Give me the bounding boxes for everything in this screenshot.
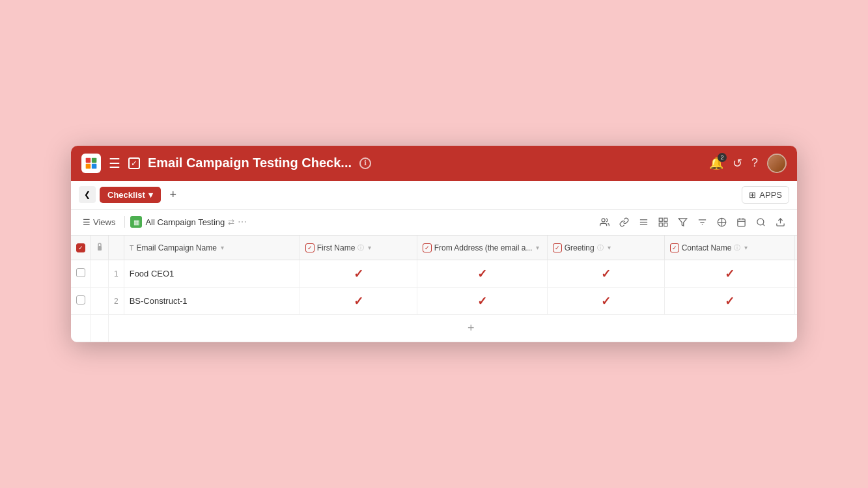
col-header-extra[interactable]: ✓ F... bbox=[794, 236, 797, 260]
apps-button[interactable]: ⊞ APPS bbox=[742, 186, 789, 204]
apps-grid-icon: ⊞ bbox=[749, 190, 756, 200]
row1-from-address[interactable]: ✓ bbox=[417, 260, 547, 288]
collapse-button[interactable]: ❮ bbox=[79, 186, 96, 203]
title-info-icon[interactable]: ℹ bbox=[359, 157, 371, 169]
col-header-contact-name[interactable]: ✓ Contact Name ⓘ ▾ bbox=[664, 236, 794, 260]
col-sort-icon-from-address[interactable]: ▾ bbox=[536, 244, 539, 251]
col-sort-icon-greeting[interactable]: ▾ bbox=[608, 244, 611, 251]
col-info-icon-greeting[interactable]: ⓘ bbox=[597, 243, 604, 252]
main-window: ☰ Email Campaign Testing Check... ℹ 🔔 2 … bbox=[71, 146, 797, 343]
current-view-button[interactable]: ▦ All Campaign Testing ⇄ ⋯ bbox=[130, 216, 247, 228]
row2-greeting[interactable]: ✓ bbox=[547, 288, 664, 315]
col-sort-icon-first-name[interactable]: ▾ bbox=[368, 244, 371, 251]
svg-rect-11 bbox=[664, 223, 667, 226]
history-icon[interactable]: ↺ bbox=[733, 156, 742, 170]
row1-checkbox[interactable] bbox=[71, 260, 91, 288]
adjust-columns-icon[interactable] bbox=[634, 213, 652, 231]
col-header-first-name[interactable]: ✓ First Name ⓘ ▾ bbox=[300, 236, 417, 260]
notification-button[interactable]: 🔔 2 bbox=[709, 156, 723, 170]
checklist-button[interactable]: Checklist ▾ bbox=[100, 187, 161, 203]
col-info-icon-first-name[interactable]: ⓘ bbox=[357, 243, 364, 252]
title-checkbox-icon bbox=[128, 157, 140, 169]
search-icon[interactable] bbox=[751, 213, 770, 231]
help-icon[interactable]: ? bbox=[751, 156, 758, 170]
view-toolbar-icons bbox=[595, 213, 789, 231]
group-icon[interactable] bbox=[654, 213, 672, 231]
svg-rect-8 bbox=[659, 218, 662, 221]
col-header-from-address[interactable]: ✓ From Address (the email a... ▾ bbox=[417, 236, 547, 260]
col-header-name[interactable]: T Email Campaign Name ▾ bbox=[124, 236, 300, 260]
row2-checkbox[interactable] bbox=[71, 288, 91, 315]
row2-first-name[interactable]: ✓ bbox=[300, 288, 417, 315]
views-menu-icon: ☰ bbox=[83, 217, 91, 227]
row2-from-address[interactable]: ✓ bbox=[417, 288, 547, 315]
table-row: 2 BS-Construct-1 ✓ ✓ ✓ ✓ bbox=[71, 288, 797, 315]
row1-lock bbox=[91, 260, 109, 288]
header-checkbox-icon: ✓ bbox=[76, 243, 85, 252]
row1-contact-name[interactable]: ✓ bbox=[664, 260, 794, 288]
row1-greeting[interactable]: ✓ bbox=[547, 260, 664, 288]
checklist-label: Checklist bbox=[107, 190, 145, 200]
svg-rect-1 bbox=[92, 157, 97, 163]
avatar[interactable] bbox=[767, 154, 787, 173]
filter-icon[interactable] bbox=[673, 213, 692, 231]
view-more-icon[interactable]: ⋯ bbox=[238, 217, 247, 227]
link-icon[interactable] bbox=[615, 213, 633, 231]
app-logo bbox=[81, 154, 101, 173]
svg-rect-9 bbox=[664, 218, 667, 221]
col-check-icon-first-name: ✓ bbox=[305, 243, 315, 252]
views-menu-button[interactable]: ☰ Views bbox=[79, 215, 119, 230]
svg-rect-10 bbox=[659, 223, 662, 226]
views-bar-items: ☰ Views ▦ All Campaign Testing ⇄ ⋯ bbox=[79, 215, 593, 230]
row1-first-name[interactable]: ✓ bbox=[300, 260, 417, 288]
row1-check-icon bbox=[76, 268, 85, 277]
color-icon[interactable] bbox=[712, 213, 731, 231]
view-type-icon: ▦ bbox=[130, 216, 142, 228]
checklist-dropdown-icon: ▾ bbox=[148, 190, 153, 200]
col-label-first-name: First Name bbox=[317, 243, 356, 252]
views-label-text: Views bbox=[93, 217, 115, 227]
row2-number: 2 bbox=[109, 288, 124, 315]
row1-name[interactable]: Food CEO1 bbox=[124, 260, 300, 288]
data-table: ✓ T Email Campaign Name ▾ bbox=[71, 236, 797, 343]
title-bar: ☰ Email Campaign Testing Check... ℹ 🔔 2 … bbox=[71, 146, 797, 181]
svg-rect-20 bbox=[98, 246, 102, 251]
col-sort-icon-name[interactable]: ▾ bbox=[221, 244, 224, 251]
col-type-icon-name: T bbox=[130, 244, 134, 252]
row2-extra[interactable] bbox=[794, 288, 797, 315]
svg-rect-2 bbox=[86, 164, 91, 169]
title-bar-right: 🔔 2 ↺ ? bbox=[709, 154, 787, 173]
col-info-icon-contact-name[interactable]: ⓘ bbox=[734, 243, 740, 252]
col-header-checkbox[interactable]: ✓ bbox=[71, 236, 91, 260]
add-view-button[interactable]: + bbox=[165, 186, 182, 203]
title-bar-left: ☰ Email Campaign Testing Check... ℹ bbox=[81, 154, 709, 173]
svg-point-4 bbox=[602, 219, 605, 222]
table-row: 1 Food CEO1 ✓ ✓ ✓ ✓ bbox=[71, 260, 797, 288]
view-name-text: All Campaign Testing bbox=[145, 217, 225, 227]
view-manage-icon: ⇄ bbox=[228, 217, 234, 226]
calendar-icon[interactable] bbox=[732, 213, 750, 231]
svg-marker-12 bbox=[679, 219, 687, 226]
svg-rect-3 bbox=[92, 164, 97, 169]
apps-label: APPS bbox=[759, 190, 782, 200]
hamburger-icon[interactable]: ☰ bbox=[109, 156, 120, 171]
row1-extra[interactable] bbox=[794, 260, 797, 288]
row1-number: 1 bbox=[109, 260, 124, 288]
page-title: Email Campaign Testing Check... bbox=[148, 156, 352, 170]
row2-contact-name[interactable]: ✓ bbox=[664, 288, 794, 315]
add-row-button[interactable]: + bbox=[109, 315, 798, 342]
export-icon[interactable] bbox=[771, 213, 789, 231]
add-row-check bbox=[71, 315, 91, 342]
row2-check-icon bbox=[76, 295, 85, 305]
add-row[interactable]: + bbox=[71, 315, 797, 342]
row2-name[interactable]: BS-Construct-1 bbox=[124, 288, 300, 315]
sort-icon[interactable] bbox=[693, 213, 711, 231]
notification-badge: 2 bbox=[718, 153, 727, 162]
col-label-name: Email Campaign Name bbox=[136, 243, 216, 252]
col-header-greeting[interactable]: ✓ Greeting ⓘ ▾ bbox=[547, 236, 664, 260]
col-label-from-address: From Address (the email a... bbox=[434, 243, 533, 252]
col-sort-icon-contact-name[interactable]: ▾ bbox=[744, 244, 748, 251]
table-header-row: ✓ T Email Campaign Name ▾ bbox=[71, 236, 797, 260]
col-header-lock bbox=[91, 236, 109, 260]
manage-fields-icon[interactable] bbox=[595, 213, 613, 231]
